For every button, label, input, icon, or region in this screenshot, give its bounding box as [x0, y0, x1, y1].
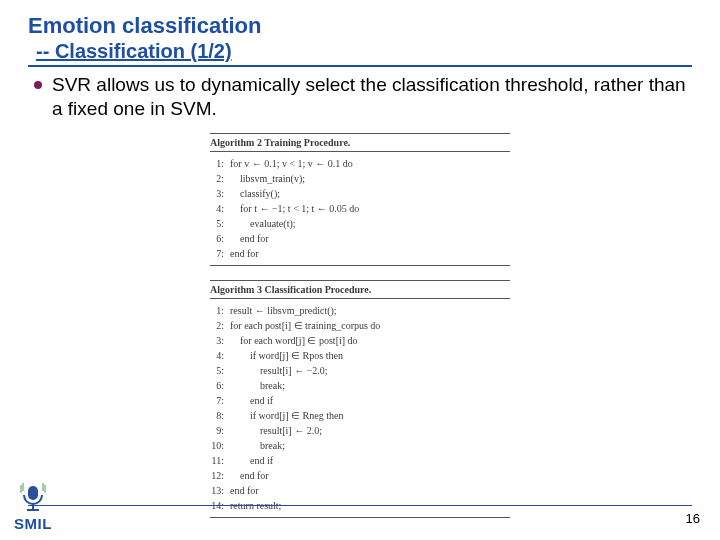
line-number: 5: [210, 363, 230, 378]
code-text: for each post[i] ∈ training_corpus do [230, 318, 380, 333]
algo-line: 12: end for [210, 468, 510, 483]
code-text: if word[j] ∈ Rneg then [230, 408, 343, 423]
algo-line: 8: if word[j] ∈ Rneg then [210, 408, 510, 423]
algo2-title: Algorithm 2 Training Procedure. [210, 133, 510, 152]
algo-line: 5: result[i] ← −2.0; [210, 363, 510, 378]
line-number: 3: [210, 333, 230, 348]
algo-line: 7: end if [210, 393, 510, 408]
line-number: 1: [210, 156, 230, 171]
algo-line: 4: if word[j] ∈ Rpos then [210, 348, 510, 363]
code-text: end for [230, 468, 269, 483]
algo-line: 13:end for [210, 483, 510, 498]
svg-rect-0 [28, 486, 38, 500]
line-number: 3: [210, 186, 230, 201]
code-text: evaluate(t); [230, 216, 296, 231]
algorithm-2: Algorithm 2 Training Procedure. 1:for v … [210, 133, 510, 266]
algo-line: 9: result[i] ← 2.0; [210, 423, 510, 438]
code-text: end if [230, 393, 273, 408]
page-title: Emotion classification [28, 14, 720, 38]
line-number: 4: [210, 201, 230, 216]
code-text: end if [230, 453, 273, 468]
code-text: end for [230, 231, 269, 246]
footer-separator [28, 505, 692, 506]
algo3-title: Algorithm 3 Classification Procedure. [210, 280, 510, 299]
algorithms: Algorithm 2 Training Procedure. 1:for v … [210, 133, 510, 518]
line-number: 7: [210, 393, 230, 408]
line-number: 11: [210, 453, 230, 468]
algorithm-3: Algorithm 3 Classification Procedure. 1:… [210, 280, 510, 518]
algo-line: 3: for each word[j] ∈ post[i] do [210, 333, 510, 348]
algo-line: 2:for each post[i] ∈ training_corpus do [210, 318, 510, 333]
logo: SMIL [14, 483, 52, 532]
line-number: 6: [210, 231, 230, 246]
line-number: 8: [210, 408, 230, 423]
algo-line: 7:end for [210, 246, 510, 261]
code-text: end for [230, 483, 259, 498]
algo-line: 6: end for [210, 231, 510, 246]
algo-line: 1:result ← libsvm_predict(); [210, 303, 510, 318]
bullet-text: SVR allows us to dynamically select the … [52, 73, 690, 121]
code-text: libsvm_train(v); [230, 171, 305, 186]
line-number: 5: [210, 216, 230, 231]
line-number: 1: [210, 303, 230, 318]
code-text: break; [230, 378, 285, 393]
line-number: 9: [210, 423, 230, 438]
code-text: result[i] ← 2.0; [230, 423, 322, 438]
bullet-row: SVR allows us to dynamically select the … [34, 73, 690, 121]
line-number: 6: [210, 378, 230, 393]
line-number: 13: [210, 483, 230, 498]
title-separator [28, 65, 692, 67]
code-text: break; [230, 438, 285, 453]
line-number: 7: [210, 246, 230, 261]
line-number: 12: [210, 468, 230, 483]
line-number: 2: [210, 318, 230, 333]
algo-line: 11: end if [210, 453, 510, 468]
algo-line: 5: evaluate(t); [210, 216, 510, 231]
bullet-icon [34, 81, 42, 89]
mic-icon [18, 483, 48, 513]
algo-line: 4: for t ← −1; t < 1; t ← 0.05 do [210, 201, 510, 216]
line-number: 10: [210, 438, 230, 453]
code-text: classify(); [230, 186, 280, 201]
code-text: result ← libsvm_predict(); [230, 303, 337, 318]
code-text: end for [230, 246, 259, 261]
line-number: 2: [210, 171, 230, 186]
code-text: for t ← −1; t < 1; t ← 0.05 do [230, 201, 359, 216]
algo-line: 3: classify(); [210, 186, 510, 201]
code-text: if word[j] ∈ Rpos then [230, 348, 343, 363]
line-number: 4: [210, 348, 230, 363]
code-text: for each word[j] ∈ post[i] do [230, 333, 358, 348]
algo-line: 2: libsvm_train(v); [210, 171, 510, 186]
algo-line: 1:for v ← 0.1; v < 1; v ← 0.1 do [210, 156, 510, 171]
page-number: 16 [686, 511, 700, 526]
title-block: Emotion classification -- Classification… [0, 0, 720, 63]
code-text: result[i] ← −2.0; [230, 363, 328, 378]
logo-text: SMIL [14, 515, 52, 532]
page-subtitle: -- Classification (1/2) [28, 40, 720, 63]
algo-line: 6: break; [210, 378, 510, 393]
algo-line: 10: break; [210, 438, 510, 453]
code-text: for v ← 0.1; v < 1; v ← 0.1 do [230, 156, 353, 171]
